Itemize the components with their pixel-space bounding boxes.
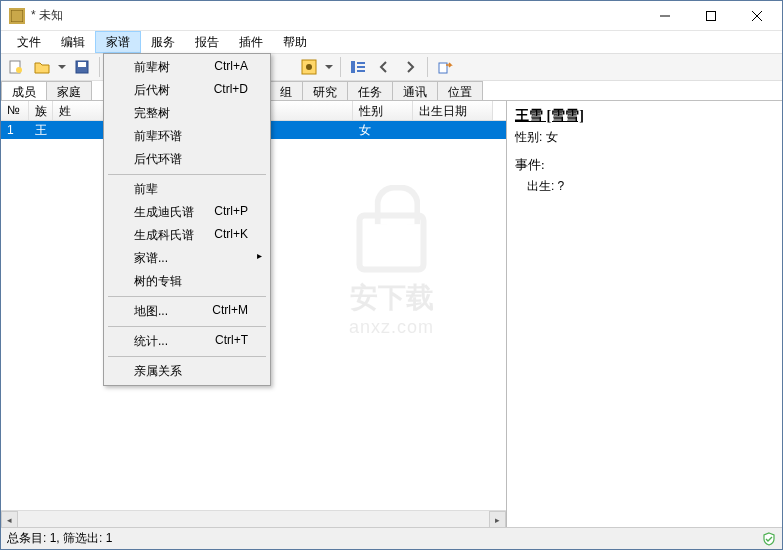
cell: 王 — [29, 121, 53, 140]
shield-icon — [762, 532, 776, 546]
tab-研究[interactable]: 研究 — [302, 81, 348, 100]
menu-item-label: 前辈树 — [134, 59, 170, 76]
svg-rect-8 — [78, 62, 86, 67]
nav-forward-button[interactable] — [399, 56, 421, 78]
detail-events-label: 事件: — [515, 156, 774, 174]
menu-item-后代树[interactable]: 后代树Ctrl+D — [106, 79, 268, 102]
scroll-left-button[interactable]: ◂ — [1, 511, 18, 528]
menu-item-生成迪氏谱[interactable]: 生成迪氏谱Ctrl+P — [106, 201, 268, 224]
app-icon — [9, 8, 25, 24]
menu-item-label: 亲属关系 — [134, 363, 182, 380]
menu-item-shortcut: Ctrl+P — [214, 204, 248, 221]
menu-item-前辈环谱[interactable]: 前辈环谱 — [106, 125, 268, 148]
toolbar-separator — [427, 57, 428, 77]
svg-rect-0 — [11, 10, 23, 22]
tab-家庭[interactable]: 家庭 — [46, 81, 92, 100]
menu-编辑[interactable]: 编辑 — [51, 31, 95, 53]
export-button[interactable] — [434, 56, 456, 78]
window-title: * 未知 — [31, 7, 642, 24]
menu-separator — [108, 326, 266, 327]
toolbar-separator — [340, 57, 341, 77]
detail-birth-value: ? — [558, 179, 565, 193]
tab-位置[interactable]: 位置 — [437, 81, 483, 100]
detail-name: 王雪 [雪雪] — [515, 107, 774, 125]
menu-item-家谱...[interactable]: 家谱... — [106, 247, 268, 270]
menu-item-label: 生成迪氏谱 — [134, 204, 194, 221]
detail-sex-label: 性别: — [515, 130, 542, 144]
toolbar-separator — [99, 57, 100, 77]
menu-插件[interactable]: 插件 — [229, 31, 273, 53]
menu-separator — [108, 174, 266, 175]
menu-item-label: 统计... — [134, 333, 168, 350]
save-button[interactable] — [71, 56, 93, 78]
menu-item-shortcut: Ctrl+K — [214, 227, 248, 244]
svg-rect-11 — [351, 61, 355, 73]
tab-通讯[interactable]: 通讯 — [392, 81, 438, 100]
menu-item-label: 前辈 — [134, 181, 158, 198]
menu-dropdown-jiapu: 前辈树Ctrl+A后代树Ctrl+D完整树前辈环谱后代环谱前辈生成迪氏谱Ctrl… — [103, 53, 271, 386]
menubar: 文件编辑家谱服务报告插件帮助 — [1, 31, 782, 53]
menu-item-shortcut: Ctrl+D — [214, 82, 248, 99]
menu-item-label: 地图... — [134, 303, 168, 320]
menu-item-后代环谱[interactable]: 后代环谱 — [106, 148, 268, 171]
new-file-button[interactable] — [5, 56, 27, 78]
tab-组[interactable]: 组 — [269, 81, 303, 100]
nav-back-button[interactable] — [373, 56, 395, 78]
toolbar-dropdown-arrow[interactable] — [57, 56, 67, 78]
detail-sex-value: 女 — [546, 130, 558, 144]
menu-item-label: 前辈环谱 — [134, 128, 182, 145]
menu-item-shortcut: Ctrl+A — [214, 59, 248, 76]
horizontal-scrollbar[interactable]: ◂ ▸ — [1, 510, 506, 527]
column-header[interactable]: 族 — [29, 101, 53, 120]
menu-item-生成科氏谱[interactable]: 生成科氏谱Ctrl+K — [106, 224, 268, 247]
open-file-button[interactable] — [31, 56, 53, 78]
menu-item-统计...[interactable]: 统计...Ctrl+T — [106, 330, 268, 353]
menu-item-shortcut: Ctrl+T — [215, 333, 248, 350]
cell: 1 — [1, 122, 29, 138]
menu-item-前辈树[interactable]: 前辈树Ctrl+A — [106, 56, 268, 79]
menu-item-label: 后代环谱 — [134, 151, 182, 168]
menu-separator — [108, 356, 266, 357]
menu-item-完整树[interactable]: 完整树 — [106, 102, 268, 125]
statusbar: 总条目: 1, 筛选出: 1 — [1, 527, 782, 549]
menu-item-前辈[interactable]: 前辈 — [106, 178, 268, 201]
maximize-button[interactable] — [688, 1, 734, 31]
menu-item-label: 树的专辑 — [134, 273, 182, 290]
list-view-button[interactable] — [347, 56, 369, 78]
detail-pane: 王雪 [雪雪] 性别: 女 事件: 出生: ? — [507, 101, 782, 527]
close-button[interactable] — [734, 1, 780, 31]
menu-文件[interactable]: 文件 — [7, 31, 51, 53]
column-header[interactable]: 出生日期 — [413, 101, 493, 120]
scroll-right-button[interactable]: ▸ — [489, 511, 506, 528]
svg-rect-15 — [439, 63, 447, 73]
menu-item-shortcut: Ctrl+M — [212, 303, 248, 320]
menu-item-label: 完整树 — [134, 105, 170, 122]
column-header[interactable]: № — [1, 101, 29, 120]
tab-任务[interactable]: 任务 — [347, 81, 393, 100]
svg-point-6 — [16, 67, 22, 73]
menu-家谱[interactable]: 家谱 — [95, 31, 141, 53]
menu-item-树的专辑[interactable]: 树的专辑 — [106, 270, 268, 293]
titlebar: * 未知 — [1, 1, 782, 31]
menu-separator — [108, 296, 266, 297]
status-text: 总条目: 1, 筛选出: 1 — [7, 530, 112, 547]
menu-item-地图...[interactable]: 地图...Ctrl+M — [106, 300, 268, 323]
cell: 女 — [353, 121, 413, 140]
detail-sex: 性别: 女 — [515, 129, 774, 146]
detail-birth-label: 出生: — [527, 179, 554, 193]
tab-成员[interactable]: 成员 — [1, 81, 47, 100]
svg-point-10 — [306, 64, 312, 70]
tree-button[interactable] — [298, 56, 320, 78]
svg-rect-2 — [707, 11, 716, 20]
toolbar-dropdown-arrow-2[interactable] — [324, 56, 334, 78]
menu-item-label: 后代树 — [134, 82, 170, 99]
menu-item-亲属关系[interactable]: 亲属关系 — [106, 360, 268, 383]
menu-帮助[interactable]: 帮助 — [273, 31, 317, 53]
menu-报告[interactable]: 报告 — [185, 31, 229, 53]
cell — [413, 129, 493, 131]
detail-birth: 出生: ? — [515, 178, 774, 195]
menu-item-label: 家谱... — [134, 250, 168, 267]
menu-服务[interactable]: 服务 — [141, 31, 185, 53]
minimize-button[interactable] — [642, 1, 688, 31]
column-header[interactable]: 性别 — [353, 101, 413, 120]
